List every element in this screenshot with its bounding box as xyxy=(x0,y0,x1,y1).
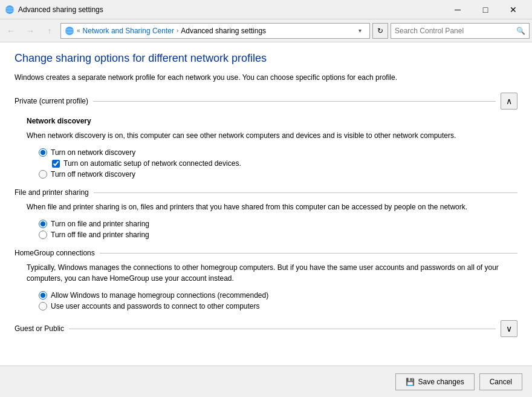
network-discovery-section: Network discovery When network discovery… xyxy=(15,117,517,179)
address-bar: ← → ↑ « Network and Sharing Center › Adv… xyxy=(0,19,532,42)
homegroup-title: HomeGroup connections xyxy=(15,249,95,257)
homegroup-windows-radio[interactable] xyxy=(39,291,47,300)
homegroup-accounts-option[interactable]: Use user accounts and passwords to conne… xyxy=(39,302,517,310)
homegroup-line xyxy=(100,253,517,254)
file-sharing-on-option[interactable]: Turn on file and printer sharing xyxy=(39,220,517,228)
page-description: Windows creates a separate network profi… xyxy=(15,72,517,83)
file-sharing-title: File and printer sharing xyxy=(15,188,89,197)
search-button[interactable]: 🔍 xyxy=(516,27,525,35)
main-content: Change sharing options for different net… xyxy=(0,42,532,366)
search-box: 🔍 xyxy=(391,23,530,39)
private-section: Private (current profile) ∧ Network disc… xyxy=(15,93,517,310)
auto-setup-checkbox[interactable] xyxy=(52,160,60,168)
private-toggle-button[interactable]: ∧ xyxy=(501,93,517,110)
path-separator-1: › xyxy=(177,27,178,34)
forward-button[interactable]: → xyxy=(22,22,39,39)
file-sharing-line xyxy=(94,192,517,193)
file-sharing-off-label: Turn off file and printer sharing xyxy=(51,231,149,239)
file-sharing-on-label: Turn on file and printer sharing xyxy=(51,220,149,228)
auto-setup-option[interactable]: Turn on automatic setup of network conne… xyxy=(52,159,517,168)
address-path: « Network and Sharing Center › Advanced … xyxy=(60,23,370,39)
network-discovery-on-label: Turn on network discovery xyxy=(51,148,135,157)
network-discovery-off-option[interactable]: Turn off network discovery xyxy=(39,170,517,179)
homegroup-header: HomeGroup connections xyxy=(15,249,517,257)
file-sharing-desc: When file and printer sharing is on, fil… xyxy=(27,202,517,212)
homegroup-section: HomeGroup connections Typically, Windows… xyxy=(15,249,517,310)
guest-section-title: Guest or Public xyxy=(15,324,64,333)
breadcrumb-arrows: « xyxy=(77,27,80,34)
file-sharing-off-radio[interactable] xyxy=(39,231,47,239)
network-discovery-on-radio[interactable] xyxy=(39,148,47,157)
up-button[interactable]: ↑ xyxy=(41,22,58,39)
minimize-button[interactable]: ─ xyxy=(444,0,472,19)
network-discovery-desc: When network discovery is on, this compu… xyxy=(27,130,517,141)
homegroup-desc: Typically, Windows manages the connectio… xyxy=(27,262,517,284)
guest-section: Guest or Public ∨ xyxy=(15,320,517,337)
save-label: Save changes xyxy=(418,378,464,386)
guest-section-header: Guest or Public ∨ xyxy=(15,320,517,337)
path-dropdown-button[interactable]: ▾ xyxy=(354,24,366,38)
current-page-label: Advanced sharing settings xyxy=(181,27,266,35)
homegroup-accounts-label: Use user accounts and passwords to conne… xyxy=(51,302,260,310)
homegroup-windows-option[interactable]: Allow Windows to manage homegroup connec… xyxy=(39,291,517,300)
private-section-title: Private (current profile) xyxy=(15,97,88,105)
window-controls: ─ □ ✕ xyxy=(444,0,527,19)
homegroup-windows-label: Allow Windows to manage homegroup connec… xyxy=(51,291,268,300)
private-section-line xyxy=(93,101,496,102)
network-discovery-title: Network discovery xyxy=(27,117,517,125)
private-section-header: Private (current profile) ∧ xyxy=(15,93,517,110)
file-sharing-options: Turn on file and printer sharing Turn of… xyxy=(39,220,517,239)
network-discovery-options: Turn on network discovery Turn on automa… xyxy=(39,148,517,179)
file-sharing-section: File and printer sharing When file and p… xyxy=(15,188,517,239)
footer: 💾 Save changes Cancel xyxy=(0,366,532,397)
file-sharing-off-option[interactable]: Turn off file and printer sharing xyxy=(39,231,517,239)
homegroup-accounts-radio[interactable] xyxy=(39,302,47,310)
page-title: Change sharing options for different net… xyxy=(15,52,517,65)
network-discovery-off-label: Turn off network discovery xyxy=(51,170,135,179)
window-icon xyxy=(5,5,15,15)
network-sharing-link[interactable]: Network and Sharing Center xyxy=(83,27,174,35)
maximize-button[interactable]: □ xyxy=(472,0,499,19)
guest-toggle-button[interactable]: ∨ xyxy=(501,320,517,337)
refresh-button[interactable]: ↻ xyxy=(372,23,388,39)
save-icon: 💾 xyxy=(406,378,415,386)
file-sharing-header: File and printer sharing xyxy=(15,188,517,197)
network-discovery-on-option[interactable]: Turn on network discovery xyxy=(39,148,517,157)
close-button[interactable]: ✕ xyxy=(499,0,527,19)
search-input[interactable] xyxy=(395,27,516,35)
file-sharing-on-radio[interactable] xyxy=(39,220,47,228)
homegroup-options: Allow Windows to manage homegroup connec… xyxy=(39,291,517,310)
network-path-icon xyxy=(65,26,74,36)
title-bar: Advanced sharing settings ─ □ ✕ xyxy=(0,0,532,19)
auto-setup-label: Turn on automatic setup of network conne… xyxy=(63,159,241,168)
cancel-button[interactable]: Cancel xyxy=(479,373,522,390)
back-button[interactable]: ← xyxy=(2,22,19,39)
window-title: Advanced sharing settings xyxy=(18,5,444,14)
network-discovery-off-radio[interactable] xyxy=(39,170,47,179)
save-button[interactable]: 💾 Save changes xyxy=(395,373,475,390)
guest-section-line xyxy=(69,329,496,329)
